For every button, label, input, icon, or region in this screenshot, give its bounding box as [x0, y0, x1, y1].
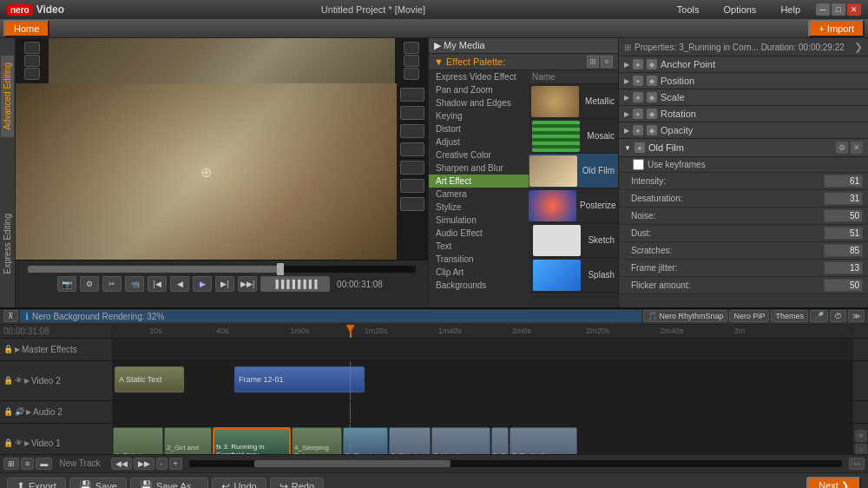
nav-left[interactable]: ◀◀: [111, 458, 132, 470]
rotation-keyframe-icon[interactable]: ◆: [647, 109, 657, 119]
category-shadow[interactable]: Shadow and Edges: [429, 96, 529, 109]
dust-input[interactable]: [824, 227, 863, 240]
football-clip[interactable]: 7_Football.mov: [510, 427, 577, 454]
opacity-header[interactable]: ▶ ● ◆ Opacity: [619, 122, 868, 138]
frame-jitter-input[interactable]: [824, 261, 863, 274]
category-express[interactable]: Express Video Effect: [429, 70, 529, 83]
undo-button[interactable]: ↩ Undo: [212, 478, 266, 489]
effect-palette-header[interactable]: ▼ Effect Palette: ⊞ ≡: [429, 54, 618, 70]
step-forward-button[interactable]: ▶|: [215, 276, 234, 292]
save-as-button[interactable]: 💾 Save As...: [130, 478, 209, 489]
clip-button[interactable]: ✂: [102, 276, 122, 292]
category-sharpen[interactable]: Sharpen and Blur: [429, 162, 529, 175]
maximize-button[interactable]: □: [832, 3, 845, 16]
skip-forward-button[interactable]: ▶▶|: [238, 276, 257, 292]
frame-12-01-clip[interactable]: Frame 12-01: [234, 366, 365, 392]
sleeping-clip[interactable]: 4_Sleeping Baby..: [292, 427, 342, 454]
static-text-clip[interactable]: A Static Text: [115, 366, 184, 392]
category-simulation[interactable]: Simulation: [429, 214, 529, 227]
import-button[interactable]: + Import: [808, 20, 865, 37]
running-clip[interactable]: fx 3. Running in Cornfield.mov: [213, 427, 291, 454]
desaturation-input[interactable]: [824, 192, 863, 205]
horizontal-scrollbar[interactable]: [189, 460, 843, 467]
category-transition[interactable]: Transition: [429, 253, 529, 266]
s-clip[interactable]: 5_S..: [491, 427, 509, 454]
export-button[interactable]: ⬆ Export: [7, 478, 66, 489]
category-camera[interactable]: Camera: [429, 188, 529, 201]
scale-keyframe-icon[interactable]: ◆: [647, 92, 657, 102]
save-button[interactable]: 💾 Save: [69, 478, 127, 489]
home-button[interactable]: Home: [3, 20, 49, 37]
mic-button[interactable]: 🎤: [810, 310, 828, 322]
use-keyframes-checkbox[interactable]: [633, 159, 644, 170]
list2-icon[interactable]: ▬: [36, 458, 52, 470]
tools-menu[interactable]: Tools: [668, 3, 708, 16]
scale-header[interactable]: ▶ ● ◆ Scale: [619, 89, 868, 105]
grid-view-button[interactable]: ⊞: [587, 56, 599, 68]
scrollbar-thumb[interactable]: [254, 460, 450, 467]
rhythm-snap-button[interactable]: 🎵 Nero RhythmSnap: [643, 310, 728, 322]
anchor-point-header[interactable]: ▶ ● ◆ Anchor Point: [619, 56, 868, 72]
effect-metallic[interactable]: Metallic: [529, 84, 618, 119]
beach-clip[interactable]: 3_Beach.m..: [389, 427, 431, 454]
position-header[interactable]: ▶ ● ◆ Position: [619, 73, 868, 89]
opacity-keyframe-icon[interactable]: ◆: [647, 125, 657, 135]
playhead[interactable]: [350, 325, 352, 338]
category-audio[interactable]: Audio Effect: [429, 227, 529, 240]
clock-button[interactable]: ⏱: [830, 310, 846, 322]
nav-minus[interactable]: -: [156, 458, 168, 470]
scale-toggle-icon[interactable]: ●: [633, 92, 643, 102]
playback-speed[interactable]: ▐▐▐▐▐▐▐▐: [260, 276, 330, 292]
category-distort[interactable]: Distort: [429, 122, 529, 135]
category-pan-zoom[interactable]: Pan and Zoom: [429, 83, 529, 96]
anchor-toggle-icon[interactable]: ●: [633, 59, 643, 69]
old-film-toggle-icon[interactable]: ●: [635, 142, 645, 153]
camera-button[interactable]: 📹: [125, 276, 144, 292]
opacity-toggle-icon[interactable]: ●: [633, 125, 643, 135]
grid-icon[interactable]: ⊞: [3, 458, 19, 470]
pip-button[interactable]: Nero PiP: [729, 310, 769, 322]
track-add-icon[interactable]: +: [855, 430, 867, 442]
effect-posterize[interactable]: Posterize: [529, 188, 618, 223]
girl-clip[interactable]: 2_Girl and H..: [164, 427, 212, 454]
category-stylize[interactable]: Stylize: [429, 201, 529, 214]
effect-mosaic[interactable]: Mosaic: [529, 119, 618, 154]
birthday-clip[interactable]: 1_Birthday.mov: [113, 427, 163, 454]
effect-splash[interactable]: Splash: [529, 258, 618, 293]
progress-bar[interactable]: [28, 266, 416, 273]
settings-button[interactable]: ⚙: [80, 276, 99, 292]
anchor-keyframe-icon[interactable]: ◆: [647, 59, 657, 69]
expand-collapse-button[interactable]: ⊼: [3, 310, 18, 322]
progress-thumb[interactable]: [277, 263, 284, 275]
category-keying[interactable]: Keying: [429, 109, 529, 122]
category-art-effect[interactable]: Art Effect: [429, 175, 529, 188]
next-button[interactable]: Next ❯: [806, 477, 861, 488]
play-button[interactable]: ▶: [193, 276, 212, 292]
category-adjust[interactable]: Adjust: [429, 135, 529, 148]
position-toggle-icon[interactable]: ●: [633, 76, 643, 86]
intensity-input[interactable]: [824, 175, 863, 188]
scratches-input[interactable]: [824, 244, 863, 257]
flicker-input[interactable]: [824, 279, 863, 292]
effect-old-film[interactable]: Old Film: [529, 154, 618, 188]
express-editing-tab[interactable]: Express Editing: [1, 207, 14, 280]
category-backgrounds[interactable]: Backgrounds: [429, 279, 529, 292]
noise-input[interactable]: [824, 209, 863, 222]
clouds-clip[interactable]: 6_Clouds.mov: [343, 427, 388, 454]
nav-right[interactable]: ▶▶: [134, 458, 155, 470]
list-icon[interactable]: ≡: [21, 458, 34, 470]
help-menu[interactable]: Help: [772, 3, 809, 16]
old-film-delete-icon[interactable]: ✕: [851, 142, 863, 154]
my-media-header[interactable]: ▶ My Media: [429, 38, 618, 54]
old-film-section-header[interactable]: ▼ ● Old Film ⚙ ✕: [619, 139, 868, 157]
properties-expand[interactable]: ❯: [854, 41, 863, 53]
more-button[interactable]: ≫: [848, 310, 865, 322]
nav-plus[interactable]: +: [169, 458, 182, 470]
skip-back-button[interactable]: |◀: [148, 276, 167, 292]
effect-sketch[interactable]: Sketch: [529, 223, 618, 258]
old-film-settings-icon[interactable]: ⚙: [836, 142, 848, 154]
step-back-button[interactable]: ◀: [170, 276, 189, 292]
category-clip-art[interactable]: Clip Art: [429, 266, 529, 279]
themes-button[interactable]: Themes: [771, 310, 808, 322]
redo-button[interactable]: ↪ Redo: [270, 478, 324, 489]
